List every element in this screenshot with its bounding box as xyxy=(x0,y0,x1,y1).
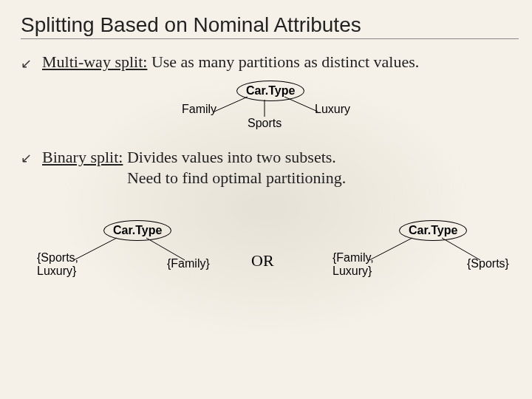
leaf-family-luxury: {Family, Luxury} xyxy=(332,251,374,278)
binary-diagrams: Car.Type {Sports, Luxury} {Family} OR Ca… xyxy=(0,207,532,296)
multi-desc: Use as many partitions as distinct value… xyxy=(147,52,419,71)
bullet-binary-text: Binary split: Divides values into two su… xyxy=(42,147,346,188)
arrow-icon: ↙ xyxy=(21,150,32,166)
multiway-diagram: Car.Type Family Sports Luxury xyxy=(0,76,532,143)
binary-desc1: Divides values into two subsets. xyxy=(123,148,335,166)
title-underline xyxy=(21,38,519,39)
svg-line-0 xyxy=(214,97,248,112)
multi-label: Multi-way split: xyxy=(42,52,147,71)
leaf-family: Family xyxy=(182,103,216,116)
node-cartype-right: Car.Type xyxy=(399,220,467,241)
binary-label: Binary split: xyxy=(42,148,123,166)
svg-line-5 xyxy=(369,238,412,260)
leaf-family-set: {Family} xyxy=(167,257,210,270)
or-label: OR xyxy=(251,251,274,270)
leaf-luxury: Luxury xyxy=(315,103,350,116)
slide-title: Splitting Based on Nominal Attributes xyxy=(0,0,532,38)
node-cartype-left: Car.Type xyxy=(103,220,171,241)
leaf-sports-luxury: {Sports, Luxury} xyxy=(37,251,78,278)
leaf-sports: Sports xyxy=(248,117,282,130)
arrow-icon: ↙ xyxy=(21,55,32,72)
binary-desc2: Need to find optimal partitioning. xyxy=(127,168,346,187)
svg-line-3 xyxy=(74,238,117,260)
bullet-binary: ↙ Binary split: Divides values into two … xyxy=(0,143,532,192)
node-cartype-multi: Car.Type xyxy=(236,81,304,101)
leaf-sports-set: {Sports} xyxy=(467,257,509,270)
bullet-multiway-text: Multi-way split: Use as many partitions … xyxy=(42,52,419,72)
bullet-multiway: ↙ Multi-way split: Use as many partition… xyxy=(0,48,532,76)
